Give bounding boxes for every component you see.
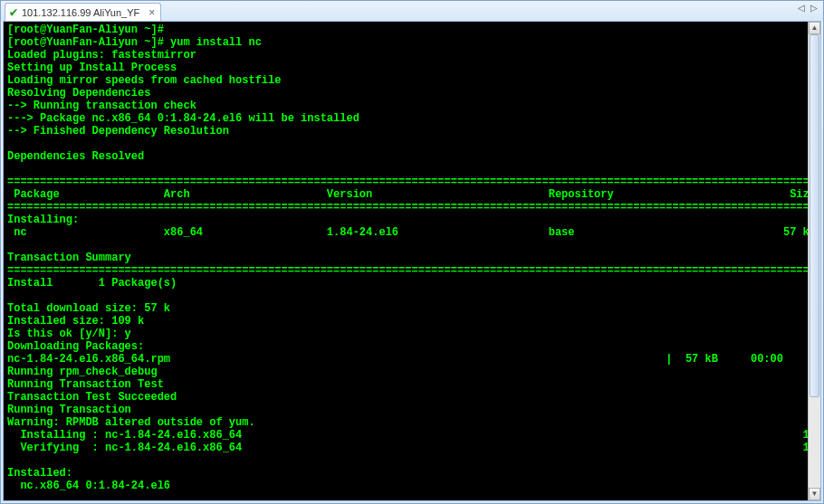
line: Installing: xyxy=(7,214,79,226)
line: ---> Package nc.x86_64 0:1.84-24.el6 wil… xyxy=(7,112,359,125)
tab-title: 101.132.116.99 AliYun_YF xyxy=(22,7,139,18)
line: Loaded plugins: fastestmirror xyxy=(7,49,196,62)
line: Dependencies Resolved xyxy=(7,150,144,163)
line: Transaction Test Succeeded xyxy=(7,391,177,404)
line: --> Running transaction check xyxy=(7,100,196,112)
terminal-window: ✔ 101.132.116.99 AliYun_YF × ◁ ▷ [root@Y… xyxy=(0,0,824,504)
prompt: [root@YuanFan-Aliyun ~]# xyxy=(7,24,164,36)
tab-bar: ✔ 101.132.116.99 AliYun_YF × ◁ ▷ xyxy=(1,1,823,21)
line: Installed size: 109 k xyxy=(7,315,144,328)
rule: ========================================… xyxy=(7,176,808,188)
line: nc.x86_64 0:1.84-24.el6 xyxy=(7,480,170,492)
line: Downloading Packages: xyxy=(7,340,144,353)
tab-nav: ◁ ▷ xyxy=(798,3,818,13)
line: Transaction Summary xyxy=(7,252,131,264)
terminal-container: [root@YuanFan-Aliyun ~]# [root@YuanFan-A… xyxy=(3,21,821,501)
tab-next-icon[interactable]: ▷ xyxy=(810,3,818,13)
table-header: Package Arch Version Repository Size xyxy=(7,188,808,201)
rule: ========================================… xyxy=(7,264,808,277)
line: Setting up Install Process xyxy=(7,62,177,74)
line: Installing : nc-1.84-24.el6.x86_64 1/1 xyxy=(7,429,808,442)
close-icon[interactable]: × xyxy=(149,7,155,18)
line: Warning: RPMDB altered outside of yum. xyxy=(7,416,255,429)
line: Install 1 Package(s) xyxy=(7,277,177,290)
rule: ========================================… xyxy=(7,201,808,214)
tab-session[interactable]: ✔ 101.132.116.99 AliYun_YF × xyxy=(5,3,161,21)
line: --> Finished Dependency Resolution xyxy=(7,125,229,138)
table-row: nc x86_64 1.84-24.el6 base 57 k xyxy=(7,226,808,239)
prompt-command: [root@YuanFan-Aliyun ~]# yum install nc xyxy=(7,36,262,49)
tab-prev-icon[interactable]: ◁ xyxy=(798,3,805,13)
line: Is this ok [y/N]: y xyxy=(7,328,131,340)
line: nc-1.84-24.el6.x86_64.rpm | 57 kB 00:00 xyxy=(7,353,783,366)
line: Total download size: 57 k xyxy=(7,302,170,315)
scroll-up-icon[interactable]: ▲ xyxy=(809,22,820,34)
line: Running Transaction xyxy=(7,404,131,416)
line: Loading mirror speeds from cached hostfi… xyxy=(7,74,281,87)
line: Running Transaction Test xyxy=(7,378,164,391)
terminal-output[interactable]: [root@YuanFan-Aliyun ~]# [root@YuanFan-A… xyxy=(4,22,808,500)
line: Running rpm_check_debug xyxy=(7,366,158,378)
line: Verifying : nc-1.84-24.el6.x86_64 1/1 xyxy=(7,442,808,454)
scrollbar-thumb[interactable] xyxy=(810,34,819,397)
line: Resolving Dependencies xyxy=(7,87,150,100)
scroll-down-icon[interactable]: ▼ xyxy=(809,488,820,500)
check-icon: ✔ xyxy=(9,7,18,18)
scrollbar-vertical[interactable]: ▲ ▼ xyxy=(808,22,820,500)
line: Installed: xyxy=(7,467,72,480)
scrollbar-track[interactable] xyxy=(809,34,820,488)
